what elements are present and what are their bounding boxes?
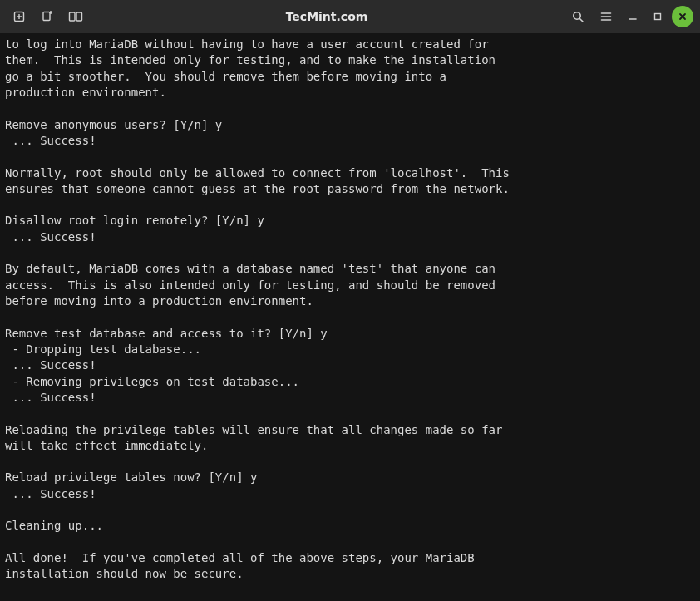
close-button[interactable] [672, 6, 693, 27]
terminal-output[interactable]: to log into MariaDB without having to ha… [0, 33, 700, 601]
maximize-button[interactable] [647, 6, 668, 27]
minimize-button[interactable] [622, 6, 643, 27]
search-button[interactable] [565, 4, 590, 29]
svg-rect-14 [655, 14, 661, 20]
new-tab-icon [12, 10, 26, 23]
svg-line-9 [579, 18, 583, 22]
split-icon [68, 10, 83, 23]
new-window-icon [41, 10, 54, 23]
new-window-button[interactable] [35, 4, 60, 29]
titlebar: TecMint.com [0, 0, 700, 33]
hamburger-icon [599, 10, 613, 23]
maximize-icon [652, 11, 663, 22]
split-button[interactable] [63, 4, 88, 29]
minimize-icon [627, 11, 638, 22]
close-icon [677, 11, 688, 22]
new-tab-button[interactable] [7, 4, 32, 29]
svg-rect-3 [43, 12, 50, 21]
svg-rect-6 [70, 12, 76, 21]
menu-button[interactable] [594, 4, 619, 29]
titlebar-right-controls [565, 4, 693, 29]
window-title: TecMint.com [91, 10, 562, 23]
search-icon [571, 10, 584, 23]
svg-rect-7 [76, 12, 82, 21]
titlebar-left-controls [7, 4, 88, 29]
